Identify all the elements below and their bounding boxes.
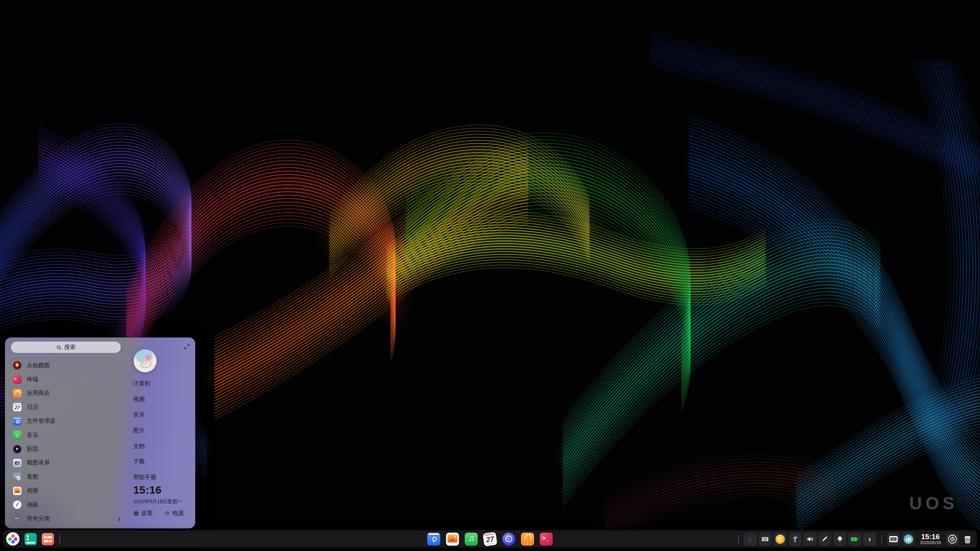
- block-glyph: [44, 540, 49, 542]
- launcher-button[interactable]: [6, 532, 20, 546]
- pin-glyph: [17, 422, 18, 424]
- speaker-icon: [806, 535, 814, 543]
- tray-union-id[interactable]: U: [774, 533, 787, 546]
- screen-recorder-icon: [13, 459, 21, 467]
- settings-label: 设置: [141, 510, 153, 517]
- power-icon: [164, 510, 170, 516]
- app-label: 看图: [27, 473, 38, 481]
- tray-separator: [881, 535, 882, 544]
- bell-icon: [836, 535, 844, 543]
- taskbar: MARCH27MONDAY U: [3, 530, 977, 548]
- place-downloads[interactable]: 下载: [133, 454, 191, 469]
- expand-fullscreen-icon[interactable]: [183, 343, 190, 350]
- tray-battery-charging[interactable]: [848, 533, 861, 546]
- places-list: 计算机 视频 音乐 图片 文档 下载 帮助手册: [133, 376, 191, 485]
- chevron-right-icon: ›: [869, 535, 871, 543]
- app-label: 相册: [27, 487, 38, 494]
- place-pictures[interactable]: 图片: [133, 423, 191, 439]
- app-label: 文件管理器: [27, 417, 56, 425]
- launcher-item-all-categories[interactable]: 所有分类 ›: [5, 512, 127, 525]
- app-label: 火焰截图: [27, 362, 50, 369]
- uos-logo: UOS: [909, 493, 958, 514]
- app-label: 音乐: [27, 432, 38, 439]
- app-label: 影院: [27, 445, 38, 453]
- launcher-item-app-store[interactable]: 应用商店: [5, 386, 127, 400]
- app-label: 日历: [27, 404, 38, 411]
- power-icon: [947, 534, 957, 544]
- calendar-icon: MARCH27MONDAY: [483, 531, 497, 546]
- launcher-item-flame-screenshot[interactable]: 火焰截图: [5, 359, 127, 372]
- place-help-manual[interactable]: 帮助手册: [133, 469, 191, 485]
- sun-glyph: [18, 489, 20, 490]
- avatar[interactable]: [134, 349, 157, 372]
- tray-expand[interactable]: ›: [863, 533, 876, 546]
- launcher-item-file-manager[interactable]: 文件管理器: [5, 414, 127, 428]
- taskbar-separator: [59, 535, 60, 544]
- dock-control-center[interactable]: [502, 530, 516, 548]
- tray-notification-bell[interactable]: [833, 533, 846, 546]
- app-label: 终端: [27, 376, 38, 383]
- tray-virtual-keyboard[interactable]: [887, 533, 900, 546]
- block-glyph: [44, 536, 46, 538]
- tray-shutdown[interactable]: [946, 533, 959, 546]
- album-icon: [446, 533, 459, 546]
- power-button[interactable]: 电源: [164, 510, 184, 517]
- image-viewer-icon: [13, 473, 21, 481]
- launcher-item-movie[interactable]: 影院: [5, 442, 127, 456]
- launcher-menu: 搜索 火焰截图 终端 应用商店 MARCH27 日历 文件管理器: [5, 337, 195, 528]
- tray-keyboard-layout[interactable]: [759, 533, 772, 546]
- pin-glyph: [433, 540, 434, 543]
- block-glyph: [49, 540, 52, 542]
- place-videos[interactable]: 视频: [133, 391, 191, 407]
- dock-terminal[interactable]: [539, 530, 553, 548]
- tray-time: 15:16: [920, 533, 941, 541]
- place-documents[interactable]: 文档: [133, 439, 191, 454]
- running-indicator: [430, 546, 438, 547]
- app-label: 画板: [27, 501, 38, 509]
- usb-icon: [791, 535, 799, 543]
- launcher-item-music[interactable]: 音乐: [5, 428, 127, 442]
- desktop: UOS 搜索 火焰截图 终端 应用商店 MARCH27 日历: [0, 0, 980, 551]
- tray-clock[interactable]: 15:16 2020/05/18: [920, 533, 941, 545]
- dock-app-store[interactable]: [521, 530, 534, 548]
- battery-icon: [850, 535, 859, 543]
- app-label: 截图录屏: [27, 459, 50, 466]
- dock-music[interactable]: [464, 530, 478, 548]
- tray-flameshot[interactable]: [744, 533, 757, 546]
- tray-trash[interactable]: ♻: [961, 533, 974, 546]
- square-glyph: [27, 538, 29, 540]
- block-glyph: [47, 536, 52, 538]
- tray-usb-device[interactable]: [789, 533, 802, 546]
- tray-volume[interactable]: [804, 533, 817, 546]
- dock-calendar[interactable]: MARCH27MONDAY: [483, 530, 497, 548]
- movie-icon: [13, 445, 21, 453]
- grid-dots-icon: [13, 514, 21, 523]
- launcher-item-image-viewer[interactable]: 看图: [5, 470, 127, 484]
- bar-glyph: [26, 542, 35, 544]
- multitasking-view-button[interactable]: [42, 533, 54, 545]
- place-music[interactable]: 音乐: [133, 407, 191, 423]
- desktop-mode-button[interactable]: [24, 533, 37, 545]
- place-computer[interactable]: 计算机: [133, 376, 191, 391]
- flame-icon: [746, 535, 754, 543]
- launcher-item-draw[interactable]: 画板: [5, 498, 127, 512]
- tray-screen-pen[interactable]: [818, 533, 831, 546]
- launcher-item-calendar[interactable]: MARCH27 日历: [5, 400, 127, 414]
- magnifier-icon: [56, 345, 62, 350]
- search-input[interactable]: 搜索: [11, 342, 121, 353]
- launcher-item-terminal[interactable]: 终端: [5, 372, 127, 386]
- dock-file-manager[interactable]: [427, 530, 441, 548]
- settings-button[interactable]: 设置: [133, 510, 153, 517]
- dock-album[interactable]: [446, 530, 459, 548]
- system-tray: U ›: [735, 533, 974, 546]
- draw-icon: [13, 500, 21, 509]
- tray-system-monitor[interactable]: [902, 533, 915, 546]
- square-glyph: [27, 535, 29, 537]
- terminal-icon: [13, 375, 21, 384]
- svg-text:♻: ♻: [966, 538, 969, 542]
- menu-actions: 设置 电源: [133, 510, 194, 517]
- running-indicator: [542, 546, 550, 547]
- launcher-item-album[interactable]: 相册: [5, 484, 127, 498]
- file-manager-icon: [427, 533, 440, 546]
- launcher-item-screen-recorder[interactable]: 截图录屏: [5, 456, 127, 470]
